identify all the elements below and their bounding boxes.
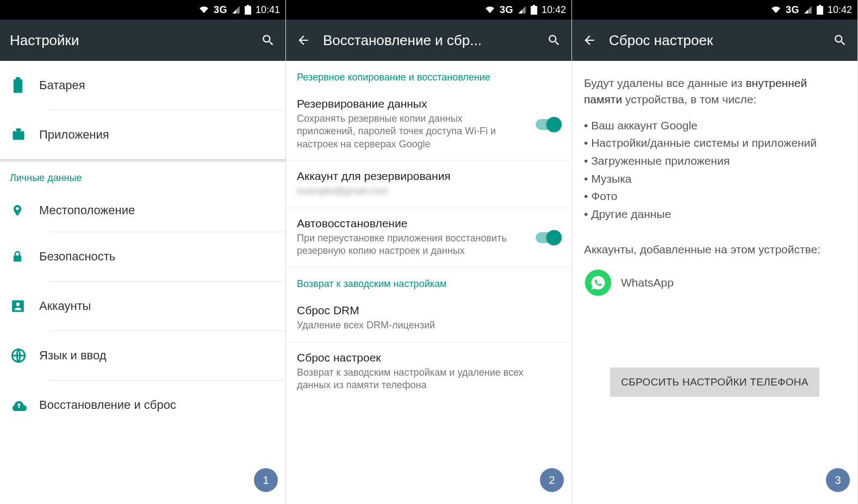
account-icon <box>11 299 25 313</box>
settings-item-label: Восстановление и сброс <box>39 398 176 412</box>
location-icon <box>11 202 24 219</box>
accounts-on-device-label: Аккаунты, добавленные на этом устройстве… <box>572 226 857 263</box>
search-icon <box>547 33 561 47</box>
settings-item-backup-reset[interactable]: Восстановление и сброс <box>0 381 285 430</box>
settings-item-language[interactable]: Язык и ввод <box>0 331 285 380</box>
search-button[interactable] <box>546 33 562 48</box>
network-label: 3G <box>500 4 513 16</box>
item-title: Сброс настроек <box>297 351 561 364</box>
svg-rect-13 <box>533 5 535 7</box>
wifi-icon <box>484 5 495 14</box>
settings-item-battery[interactable]: Батарея <box>0 61 285 110</box>
apps-icon <box>11 127 26 142</box>
settings-item-apps[interactable]: Приложения <box>0 110 285 159</box>
backup-account-item[interactable]: Аккаунт для резервирования example@gmail… <box>286 161 571 208</box>
back-button[interactable] <box>296 33 311 48</box>
status-bar: 3G 10:42 <box>286 0 571 20</box>
svg-point-6 <box>15 130 16 132</box>
search-icon <box>833 33 847 47</box>
reset-content: Будут удалены все данные из внутренней п… <box>572 61 857 504</box>
svg-rect-14 <box>817 6 823 15</box>
svg-rect-4 <box>13 131 24 140</box>
factory-reset-item[interactable]: Сброс настроек Возврат к заводским настр… <box>286 343 571 402</box>
settings-item-label: Приложения <box>39 128 109 142</box>
settings-item-security[interactable]: Безопасность <box>0 232 285 281</box>
section-header-factory: Возврат к заводским настройкам <box>286 267 571 295</box>
battery-icon <box>11 77 25 94</box>
settings-item-label: Язык и ввод <box>39 349 107 363</box>
app-bar: Настройки <box>0 20 285 61</box>
item-title: Автовосстановление <box>297 217 561 230</box>
signal-icon <box>804 5 812 14</box>
svg-rect-8 <box>14 256 21 262</box>
app-bar: Сброс настроек <box>572 20 857 61</box>
backup-reset-list: Резервное копирование и восстановление Р… <box>286 61 571 504</box>
reset-bullet: • Другие данные <box>584 206 845 223</box>
clock: 10:41 <box>256 4 280 16</box>
svg-rect-1 <box>247 5 249 7</box>
status-bar: 3G 10:42 <box>572 0 857 20</box>
page-title: Настройки <box>10 32 248 49</box>
settings-item-label: Аккаунты <box>39 299 91 313</box>
reset-bullet: • Настройки/данные системы и приложений <box>584 134 845 152</box>
app-bar: Восстановление и сбр... <box>286 20 571 61</box>
signal-icon <box>232 5 240 14</box>
svg-point-7 <box>21 130 22 132</box>
status-bar: 3G 10:41 <box>0 0 285 20</box>
reset-bullet: • Фото <box>584 188 845 206</box>
wifi-icon <box>198 5 209 14</box>
reset-intro-text: Будут удалены все данные из внутренней п… <box>572 61 857 114</box>
settings-item-accounts[interactable]: Аккаунты <box>0 282 285 331</box>
svg-rect-12 <box>531 6 537 15</box>
battery-status-icon <box>245 5 251 15</box>
page-title: Восстановление и сбр... <box>323 32 534 49</box>
section-header-backup: Резервное копирование и восстановление <box>286 61 571 89</box>
item-title: Резервирование данных <box>297 97 561 110</box>
lock-icon <box>11 249 24 264</box>
clock: 10:42 <box>542 4 566 16</box>
signal-icon <box>518 5 526 14</box>
settings-item-label: Безопасность <box>39 250 115 264</box>
battery-status-icon <box>531 5 537 15</box>
search-button[interactable] <box>260 33 276 48</box>
item-subtitle: Возврат к заводским настройкам и удалени… <box>297 366 561 392</box>
globe-icon <box>11 348 26 363</box>
account-row-whatsapp: WhatsApp <box>572 263 857 302</box>
reset-bullet-list: • Ваш аккаунт Google• Настройки/данные с… <box>572 114 857 226</box>
svg-rect-2 <box>14 79 22 93</box>
step-badge-2: 2 <box>540 468 564 492</box>
search-button[interactable] <box>832 33 848 48</box>
back-button[interactable] <box>582 33 597 48</box>
svg-rect-15 <box>819 5 821 7</box>
reset-bullet: • Ваш аккаунт Google <box>584 117 845 135</box>
backup-toggle[interactable] <box>536 119 561 130</box>
cloud-upload-icon <box>11 399 27 411</box>
item-title: Сброс DRM <box>297 304 561 317</box>
wifi-icon <box>770 5 781 14</box>
reset-bullet: • Загруженные приложения <box>584 152 845 170</box>
settings-list: Батарея Приложения Личные данные Местопо… <box>0 61 285 504</box>
battery-status-icon <box>817 5 823 15</box>
svg-rect-3 <box>16 77 20 80</box>
auto-restore-toggle[interactable] <box>536 232 561 243</box>
settings-item-label: Батарея <box>39 78 85 92</box>
drm-reset-item[interactable]: Сброс DRM Удаление всех DRM-лицензий <box>286 295 571 342</box>
back-arrow-icon <box>296 33 310 47</box>
network-label: 3G <box>786 4 799 16</box>
settings-item-label: Местоположение <box>39 203 135 217</box>
whatsapp-icon <box>584 269 612 297</box>
backup-data-item[interactable]: Резервирование данных Сохранять резервны… <box>286 89 571 161</box>
auto-restore-item[interactable]: Автовосстановление При переустановке при… <box>286 208 571 268</box>
item-subtitle-blurred: example@gmail.com <box>297 185 561 197</box>
svg-point-10 <box>16 303 20 307</box>
settings-item-location[interactable]: Местоположение <box>0 189 285 232</box>
search-icon <box>261 33 275 47</box>
item-subtitle: Сохранять резервные копии данных приложе… <box>297 113 561 151</box>
section-header-personal: Личные данные <box>0 161 285 189</box>
network-label: 3G <box>214 4 227 16</box>
account-name: WhatsApp <box>621 276 674 289</box>
clock: 10:42 <box>828 4 852 16</box>
back-arrow-icon <box>582 33 596 47</box>
step-badge-1: 1 <box>254 468 278 492</box>
reset-phone-button[interactable]: СБРОСИТЬ НАСТРОЙКИ ТЕЛЕФОНА <box>610 368 819 397</box>
